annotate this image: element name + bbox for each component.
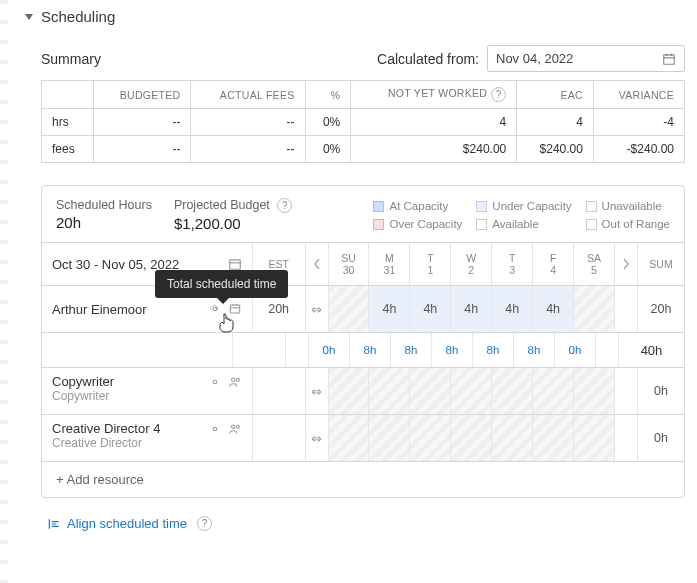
capacity-legend: At Capacity Under Capacity Unavailable O… — [373, 198, 670, 232]
resource-role: Copywriter — [52, 389, 109, 403]
svg-point-14 — [213, 427, 217, 431]
row-sum: 20h — [651, 302, 672, 316]
svg-rect-0 — [664, 54, 675, 63]
resource-role: Creative Director — [52, 436, 142, 450]
summary-table: BUDGETED ACTUAL FEES % NOT YET WORKED? E… — [41, 80, 685, 163]
day-cell[interactable] — [574, 368, 615, 414]
next-week-button[interactable] — [615, 243, 638, 285]
day-cell[interactable] — [574, 415, 615, 461]
help-icon[interactable]: ? — [491, 87, 506, 102]
day-cell[interactable] — [369, 415, 410, 461]
est-value[interactable]: 20h — [268, 302, 289, 316]
day-header: F4 — [533, 243, 574, 285]
day-header: W2 — [451, 243, 492, 285]
table-row: hrs----0%44-4 — [42, 109, 685, 136]
sum-header: SUM — [638, 243, 684, 285]
scheduled-hours-value: 20h — [56, 214, 152, 231]
projected-budget-label: Projected Budget ? — [174, 198, 292, 213]
svg-point-11 — [213, 380, 217, 384]
row-sum: 0h — [654, 384, 668, 398]
day-header: T3 — [492, 243, 533, 285]
projected-budget-value: $1,200.00 — [174, 215, 292, 232]
scheduled-hours-label: Scheduled Hours — [56, 198, 152, 212]
schedule-panel: Scheduled Hours 20h Projected Budget ? $… — [41, 185, 685, 498]
col-notyet: NOT YET WORKED? — [351, 81, 517, 109]
resource-name[interactable]: Arthur Einemoor — [52, 302, 147, 317]
day-header: M31 — [369, 243, 410, 285]
resource-name[interactable]: Copywriter — [52, 374, 114, 389]
gear-icon[interactable] — [208, 375, 222, 389]
expand-icon[interactable]: ⇔ — [311, 431, 322, 446]
gear-icon[interactable] — [208, 302, 222, 316]
day-cell[interactable] — [492, 415, 533, 461]
capacity-cell[interactable]: 8h — [364, 344, 377, 356]
calculated-from-input[interactable]: Nov 04, 2022 — [487, 45, 685, 72]
day-cell[interactable]: 4h — [451, 286, 492, 332]
svg-point-6 — [213, 307, 217, 311]
col-variance: VARIANCE — [593, 81, 684, 109]
gear-icon[interactable] — [208, 422, 222, 436]
day-cell[interactable] — [369, 368, 410, 414]
day-cell[interactable] — [492, 368, 533, 414]
svg-rect-7 — [230, 305, 239, 313]
day-header: SA5 — [574, 243, 615, 285]
capacity-cell[interactable]: 0h — [569, 344, 582, 356]
day-cell[interactable] — [410, 415, 451, 461]
svg-rect-4 — [229, 260, 240, 269]
calendar-icon — [662, 52, 676, 66]
expand-icon[interactable]: ⇔ — [311, 302, 322, 317]
prev-week-button[interactable] — [306, 243, 329, 285]
day-cell[interactable] — [533, 368, 574, 414]
help-icon[interactable]: ? — [197, 516, 212, 531]
day-cell[interactable]: 4h — [533, 286, 574, 332]
col-actual: ACTUAL FEES — [191, 81, 305, 109]
day-cell[interactable] — [410, 368, 451, 414]
row-sum: 0h — [654, 431, 668, 445]
assign-user-icon[interactable] — [228, 422, 242, 436]
day-cell[interactable] — [574, 286, 615, 332]
calculated-from-value: Nov 04, 2022 — [496, 51, 573, 66]
svg-point-12 — [231, 378, 235, 382]
summary-label: Summary — [41, 51, 101, 67]
tooltip: Total scheduled time — [155, 270, 288, 298]
collapse-caret-icon[interactable] — [25, 14, 33, 20]
resource-row: Arthur Einemoor 20h ⇔ 4h 4h 4h 4h 4h 20h — [42, 285, 684, 332]
day-header: T1 — [410, 243, 451, 285]
capacity-cell[interactable]: 8h — [446, 344, 459, 356]
capacity-cell[interactable]: 8h — [487, 344, 500, 356]
expand-icon[interactable]: ⇔ — [311, 384, 322, 399]
col-eac: EAC — [517, 81, 594, 109]
day-cell[interactable] — [329, 286, 370, 332]
day-cell[interactable] — [329, 368, 370, 414]
svg-point-16 — [236, 425, 239, 428]
help-icon[interactable]: ? — [277, 198, 292, 213]
day-cell[interactable] — [329, 415, 370, 461]
day-header: SU30 — [329, 243, 370, 285]
schedule-icon[interactable] — [228, 302, 242, 316]
capacity-row: 0h 8h 8h 8h 8h 8h 0h 40h — [42, 332, 684, 367]
resource-row: Copywriter Copywriter ⇔ 0h — [42, 367, 684, 414]
capacity-cell[interactable]: 8h — [405, 344, 418, 356]
col-budgeted: BUDGETED — [94, 81, 191, 109]
align-icon — [47, 517, 61, 531]
align-scheduled-time-link[interactable]: Align scheduled time ? — [47, 516, 685, 531]
day-cell[interactable]: 4h — [369, 286, 410, 332]
add-resource-button[interactable]: + Add resource — [42, 461, 684, 497]
table-row: fees----0%$240.00$240.00-$240.00 — [42, 136, 685, 163]
assign-user-icon[interactable] — [228, 375, 242, 389]
day-cell[interactable] — [451, 415, 492, 461]
day-cell[interactable]: 4h — [410, 286, 451, 332]
svg-point-13 — [236, 378, 239, 381]
capacity-cell[interactable]: 8h — [528, 344, 541, 356]
capacity-sum: 40h — [641, 343, 663, 358]
capacity-cell[interactable]: 0h — [323, 344, 336, 356]
svg-point-15 — [231, 425, 235, 429]
section-title: Scheduling — [41, 8, 115, 25]
resource-name[interactable]: Creative Director 4 — [52, 421, 160, 436]
day-cell[interactable]: 4h — [492, 286, 533, 332]
calculated-from-label: Calculated from: — [377, 51, 479, 67]
resource-row: Creative Director 4 Creative Director ⇔ … — [42, 414, 684, 461]
col-pct: % — [305, 81, 351, 109]
day-cell[interactable] — [451, 368, 492, 414]
day-cell[interactable] — [533, 415, 574, 461]
